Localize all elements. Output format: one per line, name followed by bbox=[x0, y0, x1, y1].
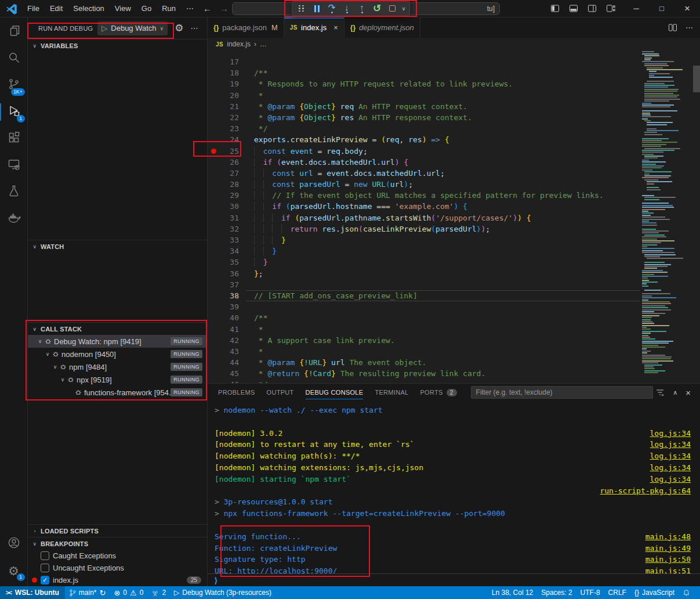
code-line-17[interactable]: 17 bbox=[208, 56, 700, 67]
line-number[interactable]: 28 bbox=[219, 179, 239, 190]
step-over-button[interactable]: ↷ bbox=[324, 1, 339, 16]
eol-status[interactable]: CRLF bbox=[604, 586, 630, 599]
toggle-sidebar-icon[interactable] bbox=[550, 4, 560, 13]
gutter[interactable]: 46 bbox=[208, 379, 246, 383]
expand-chevron-icon[interactable]: ∨ bbox=[51, 364, 59, 370]
activity-bar-remote-explorer[interactable] bbox=[0, 152, 28, 179]
line-number[interactable]: 21 bbox=[219, 101, 239, 112]
gutter[interactable]: 30 bbox=[208, 201, 246, 212]
panel-tab-problems[interactable]: PROBLEMS bbox=[213, 387, 260, 398]
notifications-bell[interactable] bbox=[679, 586, 694, 599]
line-content[interactable]: * @param {Object} res An HTTP response c… bbox=[246, 112, 640, 123]
section-breakpoints[interactable]: ∨BREAKPOINTS bbox=[28, 537, 207, 550]
line-number[interactable]: 26 bbox=[219, 157, 239, 168]
code-line-24[interactable]: 24exports.createLinkPreview = (req, res)… bbox=[208, 134, 700, 145]
breakpoint-checkbox[interactable] bbox=[41, 564, 49, 572]
gutter[interactable]: 22 bbox=[208, 112, 246, 123]
gutter[interactable]: 23 bbox=[208, 123, 246, 134]
callstack-frame[interactable]: ∨npx [9519]RUNNING bbox=[28, 373, 207, 386]
code-line-26[interactable]: 26 if (event.docs.matchedUrl.url) { bbox=[208, 157, 700, 168]
breakpoint-dot-icon[interactable] bbox=[211, 149, 216, 154]
step-into-button[interactable]: ↓ bbox=[339, 1, 354, 16]
line-content[interactable]: /** bbox=[246, 312, 640, 323]
line-content[interactable]: const event = req.body; bbox=[246, 146, 640, 157]
line-number[interactable]: 20 bbox=[219, 90, 239, 101]
language-status[interactable]: {}JavaScript bbox=[630, 586, 679, 599]
gutter[interactable]: 17 bbox=[208, 56, 246, 67]
line-content[interactable]: exports.createLinkPreview = (req, res) =… bbox=[246, 134, 640, 145]
activity-bar-search[interactable] bbox=[0, 45, 28, 72]
line-content[interactable]: * bbox=[246, 90, 640, 101]
code-line-21[interactable]: 21 * @param {Object} req An HTTP request… bbox=[208, 101, 700, 112]
line-content[interactable]: } bbox=[246, 246, 640, 257]
code-line-32[interactable]: 32 return res.json(caseLinkPreview(parse… bbox=[208, 223, 700, 234]
ports-status[interactable]: 2 bbox=[147, 586, 170, 599]
panel-tab-output[interactable]: OUTPUT bbox=[262, 387, 299, 398]
breakpoint-item[interactable]: ✓index.js25 bbox=[28, 574, 207, 586]
editor-more-actions[interactable]: ⋯ bbox=[686, 23, 693, 32]
console-source-link[interactable]: log.js:34 bbox=[650, 474, 691, 485]
code-line-44[interactable]: 44 * @param {!URL} url The event object. bbox=[208, 357, 700, 368]
gutter[interactable]: 35 bbox=[208, 257, 246, 268]
code-line-46[interactable]: 46 */ bbox=[208, 379, 700, 383]
editor-scrollbar-thumb[interactable] bbox=[693, 66, 700, 92]
gutter[interactable]: 45 bbox=[208, 368, 246, 379]
breakpoint-item[interactable]: Uncaught Exceptions bbox=[28, 562, 207, 574]
console-source-link[interactable]: main.js:48 bbox=[645, 531, 691, 543]
line-number[interactable]: 46 bbox=[219, 379, 239, 383]
gutter[interactable]: 36 bbox=[208, 268, 246, 279]
line-content[interactable] bbox=[246, 301, 640, 312]
line-number[interactable]: 25 bbox=[219, 146, 239, 157]
line-content[interactable]: * A support case link preview. bbox=[246, 335, 640, 346]
line-content[interactable]: */ bbox=[246, 379, 640, 383]
line-number[interactable]: 33 bbox=[219, 234, 239, 246]
activity-bar-testing[interactable] bbox=[0, 179, 28, 205]
code-line-31[interactable]: 31 if (parsedUrl.pathname.startsWith('/s… bbox=[208, 212, 700, 223]
code-line-20[interactable]: 20 * bbox=[208, 90, 700, 101]
code-line-25[interactable]: 25 const event = req.body; bbox=[208, 146, 700, 157]
line-content[interactable]: * @return {!Card} The resulting preview … bbox=[246, 368, 640, 379]
line-number[interactable]: 17 bbox=[219, 56, 239, 67]
code-line-42[interactable]: 42 * A support case link preview. bbox=[208, 335, 700, 346]
console-source-link[interactable]: main.js:51 bbox=[645, 565, 691, 573]
start-debug-icon[interactable]: ▷ bbox=[101, 24, 107, 33]
split-editor-icon[interactable] bbox=[668, 23, 677, 32]
activity-bar-extensions[interactable] bbox=[0, 125, 28, 152]
console-source-link[interactable]: log.js:34 bbox=[650, 450, 691, 462]
code-line-28[interactable]: 28 const parsedUrl = new URL(url); bbox=[208, 179, 700, 190]
breakpoint-checkbox[interactable]: ✓ bbox=[41, 576, 49, 584]
gutter[interactable]: 21 bbox=[208, 101, 246, 112]
gutter[interactable]: 18 bbox=[208, 67, 246, 78]
line-number[interactable]: 37 bbox=[219, 279, 239, 290]
code-line-38[interactable]: 38// [START add_ons_case_preview_link] bbox=[208, 290, 700, 301]
console-source-link[interactable]: log.js:34 bbox=[650, 439, 691, 450]
editor-tab-deployment.json[interactable]: {}deployment.json bbox=[344, 17, 420, 38]
breadcrumb[interactable]: JS index.js › … bbox=[208, 38, 700, 50]
code-line-35[interactable]: 35 } bbox=[208, 257, 700, 268]
gutter[interactable]: 19 bbox=[208, 78, 246, 89]
code-line-23[interactable]: 23 */ bbox=[208, 123, 700, 134]
console-filter-input[interactable] bbox=[471, 386, 654, 399]
menu-view[interactable]: View bbox=[110, 2, 136, 15]
line-content[interactable]: // [START add_ons_case_preview_link] bbox=[246, 290, 640, 301]
close-panel-icon[interactable]: × bbox=[686, 388, 691, 398]
console-source-link[interactable]: run-script-pkg.js:64 bbox=[600, 485, 691, 497]
line-content[interactable]: * @param {Object} req An HTTP request co… bbox=[246, 101, 640, 112]
debug-console-input[interactable]: ⟩ bbox=[208, 573, 700, 586]
callstack-frame[interactable]: functions-framework [954...RUNNING bbox=[28, 386, 207, 399]
stop-button[interactable] bbox=[385, 1, 400, 16]
gutter[interactable]: 43 bbox=[208, 346, 246, 357]
debug-settings-gear-icon[interactable]: ⚙ bbox=[175, 22, 183, 34]
breadcrumb-more[interactable]: … bbox=[260, 40, 267, 48]
gutter[interactable]: 34 bbox=[208, 246, 246, 257]
section-call-stack[interactable]: ∨CALL STACK bbox=[28, 322, 207, 335]
line-content[interactable]: /** bbox=[246, 67, 640, 78]
gutter[interactable]: 29 bbox=[208, 190, 246, 201]
line-content[interactable]: }; bbox=[246, 268, 640, 279]
encoding-status[interactable]: UTF-8 bbox=[576, 586, 604, 599]
gutter[interactable]: 32 bbox=[208, 223, 246, 234]
line-number[interactable]: 18 bbox=[219, 67, 239, 78]
gutter[interactable]: 37 bbox=[208, 279, 246, 290]
code-line-34[interactable]: 34 } bbox=[208, 246, 700, 257]
line-content[interactable]: if (event.docs.matchedUrl.url) { bbox=[246, 157, 640, 168]
